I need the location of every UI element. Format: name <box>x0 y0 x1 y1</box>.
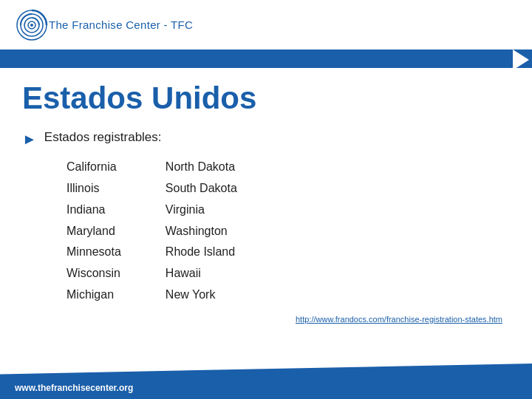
footer-website: www.thefranchisecenter.org <box>15 383 133 393</box>
states-column-left: CaliforniaIllinoisIndianaMarylandMinneso… <box>66 158 121 304</box>
list-item: Indiana <box>66 201 121 219</box>
states-container: CaliforniaIllinoisIndianaMarylandMinneso… <box>66 158 510 304</box>
list-item: South Dakota <box>166 180 237 198</box>
bullet-arrow-icon: ► <box>22 131 37 148</box>
list-item: Wisconsin <box>66 265 121 283</box>
tfc-logo <box>15 8 49 42</box>
arrow-right-icon <box>513 50 529 70</box>
bullet-section: ► Estados registrables: <box>22 130 510 148</box>
list-item: Hawaii <box>166 265 237 283</box>
list-item: Minnesota <box>66 243 121 262</box>
list-item: Illinois <box>66 180 121 198</box>
section-label: Estados registrables: <box>44 130 162 145</box>
states-column-right: North DakotaSouth DakotaVirginiaWashingt… <box>166 158 237 304</box>
list-item: Rhode Island <box>166 243 237 262</box>
footer: www.thefranchisecenter.org <box>0 364 532 399</box>
registration-link[interactable]: http://www.frandocs.com/franchise-regist… <box>296 315 502 324</box>
main-content: Estados Unidos ► Estados registrables: C… <box>0 68 532 335</box>
link-section: http://www.frandocs.com/franchise-regist… <box>22 312 502 325</box>
list-item: Maryland <box>66 222 121 241</box>
header-title: The Franchise Center - TFC <box>49 18 193 31</box>
list-item: California <box>66 158 121 177</box>
header: The Franchise Center - TFC <box>0 0 532 52</box>
arrow-band <box>0 52 532 68</box>
list-item: Virginia <box>166 201 237 219</box>
list-item: New York <box>166 286 237 304</box>
list-item: North Dakota <box>166 158 237 177</box>
list-item: Washington <box>166 222 237 241</box>
svg-point-4 <box>30 24 33 27</box>
list-item: Michigan <box>66 286 121 304</box>
page-title: Estados Unidos <box>22 81 510 115</box>
